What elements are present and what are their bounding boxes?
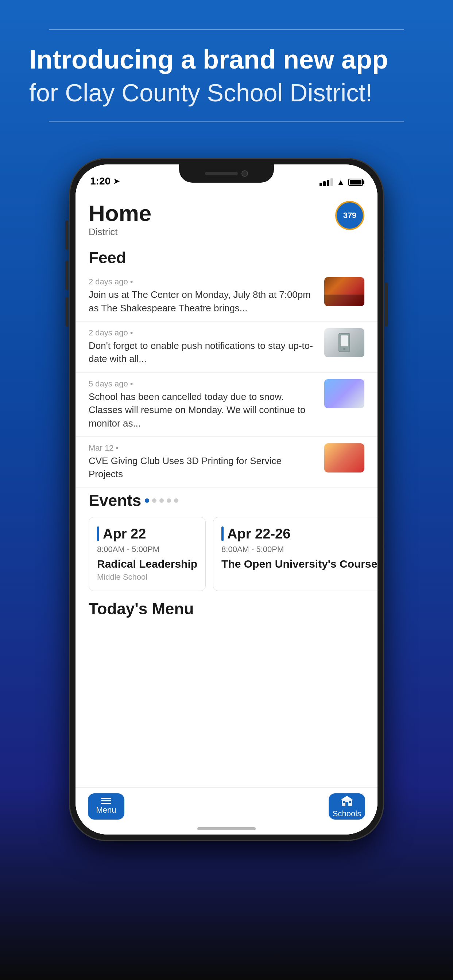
tab-schools[interactable]: Schools [324,791,370,822]
bullet-1: • [130,277,133,286]
tab-menu[interactable]: Menu [83,791,129,822]
phone-notch [179,164,274,183]
battery-fill [350,180,362,185]
menu-line-2 [101,800,111,801]
school-building-icon [340,794,353,808]
menu-icon-box[interactable]: Menu [88,793,124,819]
svg-rect-6 [343,801,345,803]
app-subtitle: District [89,226,152,238]
location-arrow-icon: ➤ [113,177,120,186]
event-accent-2 [222,527,223,541]
events-dots [145,498,179,503]
svg-rect-7 [349,801,351,803]
timestamp-text-3: 5 days ago [89,379,128,388]
schools-tab-label: Schools [333,809,361,818]
divider-bottom [49,121,404,122]
timestamp-text-1: 2 days ago [89,277,128,286]
event-date-2: Apr 22-26 [227,526,290,542]
dot-3 [160,498,164,503]
status-time: 1:20 ➤ [90,175,120,187]
menu-lines-icon [101,798,111,804]
event-time-2: 8:00AM - 5:00PM [222,545,378,554]
feed-item[interactable]: 2 days ago • Join us at The Center on Mo… [75,270,378,321]
signal-bar-1 [319,183,322,186]
feed-text-2: 2 days ago • Don't forget to enable push… [89,328,317,366]
dot-1 [145,498,149,503]
feed-item-3[interactable]: 5 days ago • School has been cancelled t… [75,372,378,437]
feed-body-1: Join us at The Center on Monday, July 8t… [89,288,317,315]
signal-bars-icon [319,178,333,186]
feed-timestamp-4: Mar 12 • [89,443,317,453]
event-time-1: 8:00AM - 5:00PM [97,545,197,554]
svg-point-2 [343,348,345,350]
app-title: Home [89,201,152,226]
feed-image-4 [324,443,364,473]
event-name-2: The Open University's Course A305 and th… [222,558,378,570]
feed-timestamp-1: 2 days ago • [89,277,317,286]
svg-rect-8 [346,798,348,799]
phone-outer-shell: 1:20 ➤ ▲ [70,159,383,840]
feed-image-3 [324,379,364,408]
feed-body-3: School has been cancelled today due to s… [89,390,317,430]
todays-menu-title: Today's Menu [75,595,378,622]
menu-tab-label: Menu [96,805,116,815]
timestamp-text-4: Mar 12 [89,443,113,452]
event-location-1: Middle School [97,573,197,582]
feed-body-2: Don't forget to enable push notification… [89,339,317,366]
feed-text-4: Mar 12 • CVE Giving Club Uses 3D Printin… [89,443,317,481]
dot-5 [174,498,179,503]
feed-timestamp-3: 5 days ago • [89,379,317,389]
menu-line-1 [101,798,111,799]
signal-bar-4 [330,178,333,186]
app-header: Home District 379 [75,190,378,245]
event-date-bar-1: Apr 22 [97,526,197,542]
app-content: Home District 379 Feed 2 days ago • Join… [75,190,378,835]
notch-camera [241,170,248,177]
feed-image-1 [324,277,364,306]
dot-2 [152,498,156,503]
events-row: Apr 22 8:00AM - 5:00PM Radical Leadershi… [75,513,378,595]
event-accent-1 [97,527,99,541]
feed-text-3: 5 days ago • School has been cancelled t… [89,379,317,430]
phone-mockup: 1:20 ➤ ▲ [70,159,383,851]
notch-speaker [205,172,238,175]
feed-text-1: 2 days ago • Join us at The Center on Mo… [89,277,317,315]
event-date-1: Apr 22 [103,526,146,542]
svg-rect-5 [345,802,348,806]
events-section-title: Events [89,492,141,510]
dot-4 [167,498,171,503]
event-card-1[interactable]: Apr 22 8:00AM - 5:00PM Radical Leadershi… [89,517,206,591]
snow-thumbnail [324,379,364,408]
3dprint-thumbnail [324,443,364,473]
svg-rect-1 [341,336,348,346]
home-indicator [197,827,256,830]
bullet-2: • [130,328,133,337]
signal-bar-3 [327,180,329,186]
schools-icon-box[interactable]: Schools [329,793,365,819]
battery-icon [348,179,363,186]
phone-thumbnail [324,328,364,357]
bullet-3: • [130,379,133,388]
bullet-4: • [116,443,119,452]
signal-bar-2 [323,181,326,186]
menu-line-3 [101,803,111,804]
event-name-1: Radical Leadership [97,558,197,570]
feed-timestamp-2: 2 days ago • [89,328,317,337]
timestamp-text-2: 2 days ago [89,328,128,337]
wifi-icon: ▲ [337,178,345,187]
status-icons: ▲ [319,178,363,187]
feed-item-2[interactable]: 2 days ago • Don't forget to enable push… [75,321,378,372]
feed-item-4[interactable]: Mar 12 • CVE Giving Club Uses 3D Printin… [75,437,378,488]
district-badge[interactable]: 379 [335,201,364,230]
feed-body-4: CVE Giving Club Uses 3D Printing for Ser… [89,454,317,481]
headline: Introducing a brand new app [29,45,424,75]
feed-section-title: Feed [75,245,378,270]
subheadline: for Clay County School District! [29,78,424,107]
event-card-2[interactable]: Apr 22-26 8:00AM - 5:00PM The Open Unive… [213,517,378,591]
app-title-group: Home District [89,201,152,238]
divider-top [49,29,404,30]
theater-thumbnail [324,277,364,306]
time-display: 1:20 [90,175,110,187]
feed-image-2 [324,328,364,357]
events-header: Events [75,488,378,513]
